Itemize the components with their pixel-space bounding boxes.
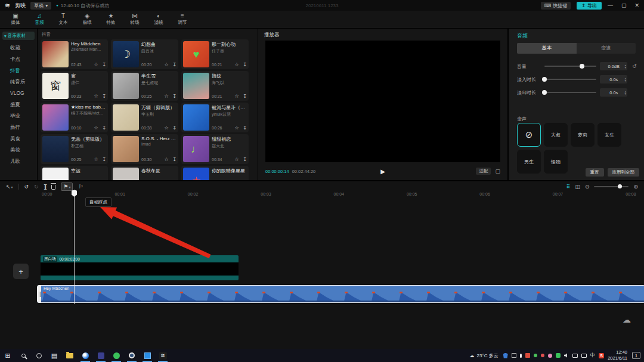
file-explorer-icon[interactable] xyxy=(62,349,78,362)
add-media-button[interactable]: + xyxy=(13,264,29,279)
manual-beat-button[interactable]: ⚐ xyxy=(78,184,83,190)
sidebar-item[interactable]: 纯音乐 xyxy=(0,76,37,88)
zoom-out-icon[interactable]: ⊖ xyxy=(585,184,590,190)
display-icon[interactable] xyxy=(581,354,587,358)
zoom-slider-handle[interactable] xyxy=(618,184,622,188)
audio-clip[interactable]: Hey Mädchen xyxy=(37,285,644,303)
music-card[interactable]: 银河与星斗（剪... yihuik苡慧 00:26 ☆ ↧ xyxy=(181,103,249,132)
weather-widget[interactable]: ☁ 23°C 多云 xyxy=(470,352,499,359)
security-app-icon[interactable] xyxy=(124,349,140,362)
taskbar-clock[interactable]: 12:40 2021/6/11 xyxy=(608,349,627,361)
split-button[interactable]: ][ xyxy=(44,184,47,190)
media-tab[interactable]: ◐ 滤镜 xyxy=(147,13,171,26)
start-button[interactable]: ⊞ xyxy=(0,349,16,362)
voice-option[interactable]: ⊘ 男生 xyxy=(517,150,541,174)
maximize-button[interactable]: ▢ xyxy=(621,2,627,8)
sidebar-item[interactable]: 卡点 xyxy=(0,54,37,65)
voice-option[interactable]: ⊘ 女生 xyxy=(597,123,621,147)
sandbox-icon[interactable] xyxy=(512,353,516,358)
music-card[interactable]: 半生雪 是七叔呢 00:25 ☆ ↧ xyxy=(111,71,178,101)
download-icon[interactable]: ↧ xyxy=(172,93,177,99)
photos-app-icon[interactable] xyxy=(140,349,155,362)
music-card[interactable]: ♩ 甜甜初恋 赵大北 00:34 ☆ ↧ xyxy=(181,134,249,164)
sidebar-item[interactable]: 毕业 xyxy=(0,110,37,122)
slider-handle[interactable] xyxy=(542,77,547,82)
voice-option[interactable]: ⊘ 怪物 xyxy=(544,150,568,174)
music-card[interactable]: 无恙（剪辑版） 朴正楠 00:25 ☆ ↧ xyxy=(41,134,108,164)
music-card[interactable]: ☽ 幻想曲 曲肖冰 00:20 ☆ ↧ xyxy=(111,39,178,69)
music-card[interactable]: ★ 你的眼睛像星星 ☆ ↧ xyxy=(181,166,249,180)
cloud-upload-icon[interactable]: ☁ xyxy=(623,315,631,324)
sidebar-item[interactable]: 美妆 xyxy=(0,144,37,156)
media-tab[interactable]: ★ 特效 xyxy=(99,13,123,26)
fullscreen-icon[interactable]: ▢ xyxy=(495,168,500,174)
favorite-star-icon[interactable]: ☆ xyxy=(164,156,169,162)
cortana-icon[interactable] xyxy=(31,349,47,362)
sidebar-item[interactable]: 旅行 xyxy=(0,122,37,133)
sidebar-item[interactable]: 美食 xyxy=(0,133,37,144)
favorite-star-icon[interactable]: ☆ xyxy=(94,93,98,99)
wechat-icon[interactable] xyxy=(109,349,124,362)
favorite-star-icon[interactable]: ☆ xyxy=(164,61,169,67)
voice-option[interactable]: ⊘ 萝莉 xyxy=(571,123,595,147)
music-card[interactable]: 窗 窗 虚仁 00:23 ☆ ↧ xyxy=(41,71,108,101)
favorite-star-icon[interactable]: ☆ xyxy=(164,93,169,99)
download-icon[interactable]: ↧ xyxy=(102,156,106,162)
close-button[interactable]: ✕ xyxy=(634,2,639,8)
ime-indicator[interactable]: 中 xyxy=(590,352,596,359)
music-card[interactable]: ♥ 那一刻心动 任子墨 00:21 ☆ ↧ xyxy=(181,39,249,69)
music-app-icon[interactable] xyxy=(93,349,109,362)
task-view-icon[interactable]: ▤ xyxy=(47,349,62,362)
download-icon[interactable]: ↧ xyxy=(243,125,247,131)
music-card[interactable]: 幸运 ☆ ↧ xyxy=(41,166,108,180)
apply-to-all-button[interactable]: 应用到全部 xyxy=(608,168,640,177)
media-tab[interactable]: ≡ 调节 xyxy=(171,13,194,26)
sync-icon[interactable] xyxy=(525,353,530,358)
network-icon[interactable] xyxy=(572,354,578,358)
voice-option[interactable]: ⊘ 大叔 xyxy=(544,123,568,147)
auto-beat-button[interactable]: ⚑ ▾ xyxy=(61,182,73,191)
defender-shield-icon[interactable] xyxy=(503,353,508,358)
export-button[interactable]: ↥ 导出 xyxy=(577,2,602,10)
preview-axis-toggle-icon[interactable]: ⠿ xyxy=(566,184,571,190)
volume-icon[interactable] xyxy=(564,353,569,358)
video-clip-blackwhite[interactable]: 黑白场 00:00:03:00 xyxy=(41,255,239,280)
download-icon[interactable]: ↧ xyxy=(102,125,106,131)
timeline-zoom-slider[interactable] xyxy=(594,186,628,187)
sidebar-item[interactable]: 抖音 xyxy=(0,65,37,76)
download-icon[interactable]: ↧ xyxy=(102,61,106,67)
media-tab[interactable]: T 文本 xyxy=(51,13,75,26)
video-preview[interactable] xyxy=(265,41,500,162)
reset-button[interactable]: 重置 xyxy=(586,168,604,177)
undo-button[interactable]: ↺ xyxy=(24,184,29,190)
inspector-tab[interactable]: 基本 xyxy=(517,43,577,54)
track-mode-icon[interactable]: ◫ xyxy=(575,184,580,190)
minimize-button[interactable]: — xyxy=(608,2,613,8)
media-tab[interactable]: ▣ 媒体 xyxy=(4,13,27,26)
music-card[interactable]: 指纹 海飞以 00:21 ☆ ↧ xyxy=(181,71,249,101)
favorite-star-icon[interactable]: ☆ xyxy=(94,125,98,131)
slider-track[interactable] xyxy=(544,66,596,67)
contacts-icon[interactable] xyxy=(548,354,552,358)
slider-handle[interactable] xyxy=(580,64,584,69)
slider-handle[interactable] xyxy=(542,90,547,95)
sogou-icon[interactable]: S xyxy=(599,353,604,358)
sidebar-item[interactable]: 儿歌 xyxy=(0,156,37,167)
music-card[interactable]: S.O.S. - Herz in... Imad 00:30 ☆ ↧ xyxy=(111,134,178,164)
browser-icon[interactable] xyxy=(78,349,93,362)
select-tool[interactable]: ↖ ▾ xyxy=(6,184,13,190)
playhead-line[interactable] xyxy=(74,190,75,304)
download-icon[interactable]: ↧ xyxy=(102,93,106,99)
green-status-icon[interactable] xyxy=(534,354,537,357)
download-icon[interactable]: ↧ xyxy=(243,61,247,67)
draft-dropdown[interactable]: 草稿 ▾ xyxy=(30,2,51,10)
media-tab[interactable]: ♫ 音频 xyxy=(27,13,51,26)
shortcut-button[interactable]: ⌨ 快捷键 xyxy=(541,2,571,10)
music-card[interactable]: 春秋冬夏 ☆ ↧ xyxy=(111,166,178,180)
zoom-in-icon[interactable]: ⊕ xyxy=(633,184,638,190)
music-card[interactable]: ★kiss me baby... 橘子不能喝/vict... 00:10 ☆ ↧ xyxy=(41,103,108,132)
sidebar-item[interactable]: 收藏 xyxy=(0,42,37,54)
sidebar-group-music[interactable]: ▾ 音乐素材 xyxy=(2,32,35,40)
sidebar-item[interactable]: 盛夏 xyxy=(0,99,37,110)
music-card[interactable]: 万疆（剪辑版） 李玉刚 00:38 ☆ ↧ xyxy=(111,103,178,132)
